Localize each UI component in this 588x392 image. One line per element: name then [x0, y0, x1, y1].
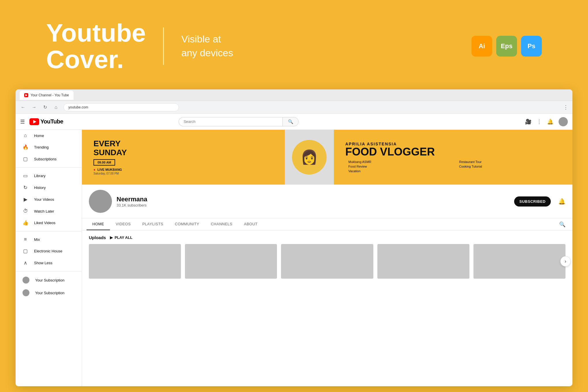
sidebar-label-mix: Mix: [34, 237, 40, 242]
show-less-icon: ∧: [23, 260, 28, 266]
tab-playlists[interactable]: PLAYLISTS: [136, 218, 169, 230]
sidebar-item-show-less[interactable]: ∧ Show Less: [16, 257, 82, 269]
app-icons-row: Ai Eps Ps: [471, 36, 542, 57]
play-all-button[interactable]: ▶ PLAY ALL: [110, 235, 132, 240]
tab-channels[interactable]: CHANNELS: [205, 218, 238, 230]
sidebar-label-home: Home: [34, 134, 44, 138]
banner-bullet-3: Food Review: [345, 165, 450, 168]
banner-content: EVERYSUNDAY 09.00 AM ● LIVE MUKBANG Satu…: [82, 130, 572, 185]
sidebar-item-electronic-house[interactable]: ▢ Electronic House: [16, 245, 82, 257]
banner-bullet-2: Restaurant Tour: [456, 160, 561, 164]
your-videos-icon: ▶: [23, 196, 28, 202]
banner-right: APRILIA ASISTENSIA FOOD VLOGGER Mukbang …: [334, 136, 572, 179]
channel-avatar: [89, 190, 112, 213]
uploads-label: Uploads: [89, 235, 106, 240]
tab-home[interactable]: HOME: [87, 218, 110, 230]
header-actions: 🎥 ⋮ 🔔: [525, 117, 568, 126]
user-avatar[interactable]: [559, 117, 568, 126]
banner-bullet-4: Cooking Tutorial: [456, 165, 561, 168]
ps-icon: Ps: [521, 36, 542, 57]
address-bar-row: ← → ↻ ⌂ ⋮: [16, 101, 572, 114]
video-thumbnail-1[interactable]: [89, 244, 181, 279]
sidebar-item-liked-videos[interactable]: 👍 Liked Videos: [16, 217, 82, 229]
tab-videos[interactable]: VIDEOS: [110, 218, 136, 230]
sidebar-item-library[interactable]: ▭ Library: [16, 170, 82, 182]
sidebar-item-trending[interactable]: 🔥 Trending: [16, 141, 82, 153]
sidebar-label-history: History: [34, 185, 46, 190]
history-icon: ↻: [23, 185, 28, 191]
video-thumbnail-2[interactable]: [185, 244, 277, 279]
sidebar-item-home[interactable]: ⌂ Home: [16, 130, 82, 141]
yt-main-content: EVERYSUNDAY 09.00 AM ● LIVE MUKBANG Satu…: [82, 114, 572, 386]
video-thumbnail-4[interactable]: [377, 244, 469, 279]
tab-favicon: [24, 93, 28, 97]
subtitle-block: Visible at any devices: [181, 32, 233, 60]
main-title: Youtube Cover.: [46, 20, 146, 73]
sidebar-label-library: Library: [34, 174, 46, 178]
tab-title: Your Channel - You Tube: [31, 93, 69, 97]
video-thumbnail-3[interactable]: [281, 244, 373, 279]
yt-logo[interactable]: YouTube: [29, 118, 63, 125]
liked-videos-icon: 👍: [23, 220, 28, 226]
browser-tab-bar: Your Channel - You Tube: [16, 89, 572, 101]
subscriptions-icon: ▢: [23, 156, 28, 162]
search-button[interactable]: 🔍: [282, 117, 299, 126]
search-input[interactable]: [179, 117, 282, 126]
sidebar-label-your-videos: Your Videos: [34, 197, 54, 202]
banner-live-time: Saturday, 07.00 PM: [93, 172, 273, 175]
channel-search-icon[interactable]: 🔍: [557, 218, 568, 230]
subscribe-button[interactable]: SUBSCRIBED: [514, 196, 551, 207]
home-button[interactable]: ⌂: [53, 104, 59, 111]
mix-icon: ≡: [23, 237, 28, 242]
hamburger-menu[interactable]: ☰: [20, 119, 25, 125]
sidebar-item-history[interactable]: ↻ History: [16, 182, 82, 194]
sidebar-item-subscriptions[interactable]: ▢ Subscriptions: [16, 153, 82, 165]
address-input[interactable]: [63, 103, 179, 111]
eps-icon: Eps: [496, 36, 517, 57]
sidebar-label-show-less: Show Less: [34, 261, 53, 265]
channel-tabs: HOME VIDEOS PLAYLISTS COMMUNITY CHANNELS…: [82, 218, 572, 230]
play-all-label: PLAY ALL: [115, 235, 132, 240]
banner-bullets: Mukbang ASMR Restaurant Tour Food Review…: [345, 160, 561, 173]
grid-icon[interactable]: ⋮: [537, 119, 542, 125]
sidebar-divider-3: [16, 271, 82, 271]
sidebar-item-watch-later[interactable]: ⏱ Watch Later: [16, 205, 82, 217]
browser-tab[interactable]: Your Channel - You Tube: [20, 91, 74, 100]
sidebar-label-sub1: Your Subscription: [35, 278, 64, 282]
browser-menu-button[interactable]: ⋮: [563, 104, 568, 110]
sub1-avatar: [23, 277, 29, 284]
banner-every-sunday: EVERYSUNDAY: [93, 139, 273, 157]
next-arrow-button[interactable]: ›: [560, 256, 571, 267]
back-button[interactable]: ←: [20, 104, 27, 111]
sidebar-item-your-videos[interactable]: ▶ Your Videos: [16, 194, 82, 205]
video-thumbnail-5[interactable]: [473, 244, 565, 279]
subtitle-text: Visible at any devices: [181, 32, 233, 60]
sidebar-label-subscriptions: Subscriptions: [34, 157, 57, 161]
home-icon: ⌂: [23, 133, 28, 138]
banner-bullet-5: Vacation: [345, 169, 450, 173]
channel-info: Neermana 33.1K subscribers SUBSCRIBED 🔔: [82, 185, 572, 218]
sidebar-item-mix[interactable]: ≡ Mix: [16, 234, 82, 245]
person-avatar: 👩: [292, 140, 327, 175]
promo-section: Youtube Cover. Visible at any devices Ai…: [0, 0, 588, 92]
sidebar-label-sub2: Your Subscription: [35, 291, 64, 295]
title-block: Youtube Cover.: [46, 20, 146, 73]
channel-banner: EVERYSUNDAY 09.00 AM ● LIVE MUKBANG Satu…: [82, 130, 572, 185]
youtube-app: ☰ YouTube 🔍 🎥 ⋮ 🔔 ⌂ Home 🔥: [16, 114, 572, 386]
sidebar-divider-2: [16, 231, 82, 231]
sidebar-item-sub1[interactable]: Your Subscription: [16, 274, 82, 286]
yt-logo-icon: [29, 118, 39, 125]
video-camera-icon[interactable]: 🎥: [525, 119, 531, 125]
ai-icon: Ai: [471, 36, 492, 57]
sub2-avatar: [23, 289, 29, 296]
tab-about[interactable]: ABOUT: [238, 218, 263, 230]
channel-details: Neermana 33.1K subscribers: [117, 196, 510, 207]
bell-icon[interactable]: 🔔: [558, 198, 565, 205]
tab-community[interactable]: COMMUNITY: [169, 218, 205, 230]
forward-button[interactable]: →: [31, 104, 38, 111]
sidebar-label-liked-videos: Liked Videos: [34, 221, 55, 225]
reload-button[interactable]: ↻: [42, 104, 48, 111]
watch-later-icon: ⏱: [23, 208, 28, 214]
sidebar-item-sub2[interactable]: Your Subscription: [16, 286, 82, 299]
notifications-icon[interactable]: 🔔: [547, 119, 553, 125]
